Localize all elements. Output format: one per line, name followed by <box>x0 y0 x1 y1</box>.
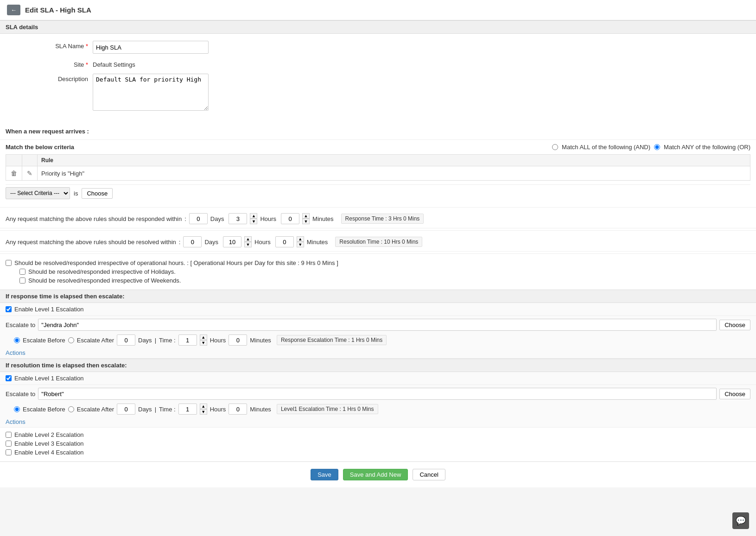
response-minutes-input[interactable] <box>281 213 299 224</box>
resolution-esc-minutes-input[interactable] <box>229 404 247 415</box>
resolution-time-tag: Resolution Time : 10 Hrs 0 Mins <box>335 237 422 247</box>
description-input[interactable]: Default SLA for priority High <box>93 74 209 111</box>
response-level1: Enable Level 1 Escalation Escalate to Ch… <box>0 303 756 359</box>
resolution-esc-hours-spinner[interactable]: ▲ ▼ <box>200 404 207 415</box>
save-add-new-button[interactable]: Save and Add New <box>343 469 408 480</box>
response-esc-days-input[interactable] <box>117 334 135 346</box>
col-actions-2 <box>22 155 38 166</box>
response-escalate-time-row: Escalate Before Escalate After Days | Ti… <box>0 333 756 347</box>
page-header: ← Edit SLA - High SLA <box>0 0 756 20</box>
resolution-esc-hours-up[interactable]: ▲ <box>200 404 207 409</box>
criteria-add-row: --- Select Criteria --- is Choose <box>6 184 750 202</box>
response-minutes-spinner[interactable]: ▲ ▼ <box>302 213 310 224</box>
resolution-esc-minutes-label: Minutes <box>250 406 271 413</box>
response-colon: : <box>184 215 186 222</box>
resolution-colon: : <box>179 239 181 246</box>
response-escalate-to-input[interactable] <box>38 319 717 331</box>
response-days-input[interactable] <box>189 213 208 224</box>
resolution-escalate-time-row: Escalate Before Escalate After Days | Ti… <box>0 402 756 416</box>
response-esc-hours-spinner[interactable]: ▲ ▼ <box>200 334 207 346</box>
match-any-label: Match ANY of the following (OR) <box>664 144 750 151</box>
resolution-time-row: Any request matching the above rules sho… <box>0 233 756 252</box>
resolution-minutes-up[interactable]: ▲ <box>297 236 304 242</box>
resolution-after-radio[interactable] <box>68 406 74 412</box>
resolution-hours-input[interactable] <box>223 236 241 247</box>
match-any-radio[interactable] <box>654 144 660 150</box>
response-esc-days-label: Days <box>138 337 152 344</box>
resolution-level1-label: Enable Level 1 Escalation <box>14 375 84 382</box>
resolution-minutes-down[interactable]: ▼ <box>297 242 304 247</box>
delete-rule-button[interactable]: 🗑 <box>10 169 18 178</box>
response-hours-spinner[interactable]: ▲ ▼ <box>250 213 257 224</box>
level2-checkbox[interactable] <box>6 432 12 438</box>
response-hours-up[interactable]: ▲ <box>250 213 257 219</box>
table-row: 🗑 ✎ Priority is "High" <box>6 166 750 181</box>
choose-criteria-button[interactable]: Choose <box>82 188 113 199</box>
response-minutes-up[interactable]: ▲ <box>302 213 310 219</box>
col-actions-1 <box>6 155 22 166</box>
holidays-label: Should be resolved/responded irrespectiv… <box>28 268 176 275</box>
resolution-esc-days-input[interactable] <box>117 404 135 415</box>
cancel-button[interactable]: Cancel <box>413 469 445 480</box>
resolution-actions-link[interactable]: Actions <box>0 416 756 427</box>
resolution-days-input[interactable] <box>183 236 202 247</box>
site-value: Default Settings <box>93 59 135 68</box>
level2-label: Enable Level 2 Escalation <box>14 431 84 438</box>
holidays-checkbox[interactable] <box>19 269 25 275</box>
site-row: Site * Default Settings <box>9 59 747 68</box>
response-esc-hours-up[interactable]: ▲ <box>200 334 207 340</box>
operational-main-row: Should be resolved/responded irrespectiv… <box>6 259 750 266</box>
response-hours-input[interactable] <box>229 213 247 224</box>
criteria-header: Match the below criteria Match ALL of th… <box>6 144 750 151</box>
level4-row: Enable Level 4 Escalation <box>6 449 750 456</box>
criteria-select[interactable]: --- Select Criteria --- <box>6 187 70 199</box>
response-choose-button[interactable]: Choose <box>719 320 750 330</box>
holidays-row: Should be resolved/responded irrespectiv… <box>19 268 750 275</box>
response-before-label: Escalate Before <box>23 337 65 344</box>
rule-value: Priority is "High" <box>38 166 750 181</box>
resolution-hours-up[interactable]: ▲ <box>244 236 252 242</box>
resolution-choose-button[interactable]: Choose <box>719 389 750 399</box>
resolution-minutes-spinner[interactable]: ▲ ▼ <box>297 236 304 247</box>
save-button[interactable]: Save <box>311 469 338 480</box>
response-escalate-to-row: Escalate to Choose <box>0 316 756 333</box>
response-minutes-down[interactable]: ▼ <box>302 219 310 224</box>
resolution-level1-checkbox[interactable] <box>6 375 12 381</box>
level4-checkbox[interactable] <box>6 449 12 455</box>
response-esc-hours-down[interactable]: ▼ <box>200 340 207 346</box>
response-actions-link[interactable]: Actions <box>0 347 756 358</box>
operational-label: Should be resolved/responded irrespectiv… <box>14 259 338 266</box>
match-options: Match ALL of the following (AND) Match A… <box>552 144 750 151</box>
resolution-escalate-to-input[interactable] <box>38 388 717 400</box>
response-escalation-header: If response time is elapsed then escalat… <box>0 290 756 303</box>
weekends-checkbox[interactable] <box>19 277 25 284</box>
response-hours-down[interactable]: ▼ <box>250 219 257 224</box>
footer-buttons: Save Save and Add New Cancel <box>0 461 756 487</box>
resolution-esc-hours-input[interactable] <box>178 404 197 415</box>
weekends-row: Should be resolved/responded irrespectiv… <box>19 277 750 284</box>
response-hours-label: Hours <box>260 215 276 222</box>
sla-name-input[interactable] <box>93 41 209 54</box>
match-all-radio[interactable] <box>552 144 558 150</box>
response-esc-minutes-input[interactable] <box>229 334 247 346</box>
description-row: Description Default SLA for priority Hig… <box>9 74 747 111</box>
edit-rule-button[interactable]: ✎ <box>26 169 33 178</box>
response-esc-hours-input[interactable] <box>178 334 197 346</box>
response-esc-hours-label: Hours <box>210 337 226 344</box>
resolution-before-radio[interactable] <box>14 406 20 412</box>
level3-checkbox[interactable] <box>6 441 12 447</box>
resolution-hours-down[interactable]: ▼ <box>244 242 252 247</box>
response-escalation-section: If response time is elapsed then escalat… <box>0 290 756 359</box>
response-after-radio[interactable] <box>68 337 74 343</box>
resolution-minutes-input[interactable] <box>275 236 294 247</box>
resolution-esc-hours-down[interactable]: ▼ <box>200 409 207 415</box>
operational-checkbox[interactable] <box>6 260 12 266</box>
response-level1-checkbox[interactable] <box>6 306 12 312</box>
sla-details-header: SLA details <box>0 20 756 34</box>
response-before-radio[interactable] <box>14 337 20 343</box>
back-button[interactable]: ← <box>7 5 20 15</box>
when-section: When a new request arrives : <box>0 123 756 140</box>
resolution-esc-bar: | <box>155 406 156 413</box>
response-esc-tag: Response Escalation Time : 1 Hrs 0 Mins <box>277 335 387 345</box>
resolution-hours-spinner[interactable]: ▲ ▼ <box>244 236 252 247</box>
